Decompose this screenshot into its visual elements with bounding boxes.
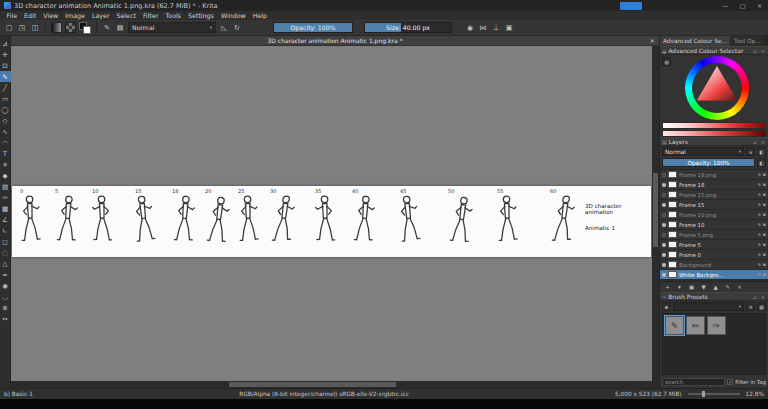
move-layer-up-button[interactable]: ▲ xyxy=(710,283,721,292)
menu-settings[interactable]: Settings xyxy=(185,12,218,19)
workspace-chooser-icon[interactable]: ▣ xyxy=(504,23,514,33)
details-view-icon[interactable]: ≡ xyxy=(746,302,755,311)
dock-tab-tool-options[interactable]: Tool Op... xyxy=(731,36,765,46)
layer-lock-icon[interactable]: ▪ xyxy=(763,252,766,257)
canvas-viewport[interactable]: 0 xyxy=(11,46,652,381)
mirror-icon[interactable]: ⋈ xyxy=(478,23,488,33)
float-dock-icon[interactable]: ▱ xyxy=(752,294,758,300)
saturation-value-triangle[interactable] xyxy=(693,64,741,112)
menu-image[interactable]: Image xyxy=(62,12,89,19)
thumbnail-view-icon[interactable]: ▦ xyxy=(757,302,766,311)
layer-row[interactable]: Frame 0 a ▪ xyxy=(660,250,768,260)
menu-window[interactable]: Window xyxy=(217,12,249,19)
float-dock-icon[interactable]: ▱ xyxy=(752,139,758,145)
delete-layer-button[interactable]: × xyxy=(734,283,745,292)
tool-polyline[interactable]: ∿ xyxy=(0,126,11,137)
vertical-scrollbar[interactable] xyxy=(652,46,659,381)
alpha-badge-icon[interactable]: a xyxy=(758,182,761,187)
pattern-chooser[interactable] xyxy=(65,22,76,33)
layer-lock-icon[interactable]: ▪ xyxy=(763,272,766,277)
brush-preset[interactable]: ✎ xyxy=(665,316,684,335)
reload-preset-icon[interactable]: ↻ xyxy=(232,23,242,33)
layer-lock-icon[interactable]: ▪ xyxy=(763,222,766,227)
tool-color-sampler[interactable]: ✑ xyxy=(0,192,11,203)
tool-freehand-brush[interactable]: ✎ xyxy=(0,71,11,82)
shade-strip[interactable] xyxy=(662,122,766,129)
horizontal-scrollbar-thumb[interactable] xyxy=(229,382,396,387)
new-document-icon[interactable]: ▢ xyxy=(4,23,14,33)
layer-visibility-icon[interactable] xyxy=(662,193,666,197)
tool-text[interactable]: T xyxy=(0,148,11,159)
layer-lock-icon[interactable]: ▪ xyxy=(763,192,766,197)
menu-help[interactable]: Help xyxy=(249,12,270,19)
layer-lock-icon[interactable]: ▪ xyxy=(763,262,766,267)
layer-lock-icon[interactable]: ▪ xyxy=(763,242,766,247)
current-brush-label[interactable]: b) Basic-1 xyxy=(4,391,33,397)
tool-bezier-select[interactable]: ◡ xyxy=(0,291,11,302)
layer-lock-icon[interactable]: ▪ xyxy=(763,232,766,237)
choose-brush-preset-icon[interactable]: ▤ xyxy=(115,23,125,33)
layer-row[interactable]: Background a ▪ xyxy=(660,260,768,270)
alpha-inherit-icon[interactable]: a xyxy=(746,147,755,156)
save-document-icon[interactable]: ◫ xyxy=(30,23,40,33)
edit-brush-settings-icon[interactable]: ✎ xyxy=(102,23,112,33)
tool-transform[interactable]: ⊿ xyxy=(0,38,11,49)
layer-visibility-icon[interactable] xyxy=(662,183,666,187)
lock-layer-icon[interactable]: ◧ xyxy=(757,158,766,167)
vertical-scrollbar-thumb[interactable] xyxy=(653,173,658,247)
tool-pan[interactable]: ↔ xyxy=(0,313,11,324)
menu-layer[interactable]: Layer xyxy=(88,12,113,19)
layer-visibility-icon[interactable] xyxy=(662,243,666,247)
tag-icon[interactable]: ◈ xyxy=(662,302,671,311)
layer-visibility-icon[interactable] xyxy=(662,273,666,277)
layer-lock-icon[interactable]: ▪ xyxy=(763,212,766,217)
tool-contiguous-select[interactable]: ◉ xyxy=(0,280,11,291)
open-document-icon[interactable]: ◳ xyxy=(17,23,27,33)
size-slider[interactable]: Size: 40.00 px xyxy=(364,22,452,33)
alpha-badge-icon[interactable]: a xyxy=(758,242,761,247)
layer-lock-icon[interactable]: ▪ xyxy=(763,202,766,207)
alpha-badge-icon[interactable]: a xyxy=(758,222,761,227)
layer-lock-icon[interactable]: ▪ xyxy=(763,182,766,187)
tool-crop[interactable]: ⊡ xyxy=(0,60,11,71)
menu-edit[interactable]: Edit xyxy=(21,12,40,19)
alpha-badge-icon[interactable]: a xyxy=(758,232,761,237)
layer-blending-mode-select[interactable]: Normal ▾ xyxy=(662,147,744,156)
layer-opacity-slider[interactable]: Opacity: 100% xyxy=(662,158,755,167)
color-settings-icon[interactable]: ▩ xyxy=(662,57,671,66)
tool-measure[interactable]: ∟ xyxy=(0,225,11,236)
zoom-slider-thumb[interactable] xyxy=(702,391,705,397)
tool-bezier-curve[interactable]: ◠ xyxy=(0,137,11,148)
float-dock-icon[interactable]: ▱ xyxy=(752,48,758,54)
layer-row[interactable]: Frame 18 a ▪ xyxy=(660,180,768,190)
add-layer-button[interactable]: + xyxy=(662,283,673,292)
eraser-mode-icon[interactable]: ◺ xyxy=(219,23,229,33)
layer-row[interactable]: White Backgro... a ▪ xyxy=(660,270,768,280)
brush-search-input[interactable] xyxy=(662,378,725,386)
layer-row[interactable]: Frame 10 a ▪ xyxy=(660,220,768,230)
tool-elliptical-select[interactable]: ◌ xyxy=(0,247,11,258)
tool-polygonal-select[interactable]: △ xyxy=(0,258,11,269)
layer-visibility-icon[interactable] xyxy=(662,213,666,217)
menu-tools[interactable]: Tools xyxy=(162,12,185,19)
snap-toggle-icon[interactable]: ⊥ xyxy=(491,23,501,33)
maximize-button[interactable]: ▢ xyxy=(734,0,751,11)
alpha-badge-icon[interactable]: a xyxy=(758,272,761,277)
layer-row[interactable]: Frame 18.png a ▪ xyxy=(660,170,768,180)
layer-row[interactable]: Frame 15 a ▪ xyxy=(660,200,768,210)
alpha-badge-icon[interactable]: a xyxy=(758,212,761,217)
alpha-badge-icon[interactable]: a xyxy=(758,202,761,207)
layer-row[interactable]: Frame 5 a ▪ xyxy=(660,240,768,250)
add-layer-options-button[interactable]: ▾ xyxy=(674,283,685,292)
layer-visibility-icon[interactable] xyxy=(662,253,666,257)
menu-view[interactable]: View xyxy=(40,12,62,19)
tool-multibrush[interactable]: ✳ xyxy=(0,159,11,170)
alpha-badge-icon[interactable]: a xyxy=(758,262,761,267)
duplicate-layer-button[interactable]: ▣ xyxy=(686,283,697,292)
layer-visibility-icon[interactable] xyxy=(662,263,666,267)
layer-visibility-icon[interactable] xyxy=(662,173,666,177)
layer-visibility-icon[interactable] xyxy=(662,223,666,227)
minimize-button[interactable]: — xyxy=(717,0,734,11)
foreground-background-color[interactable] xyxy=(79,22,91,34)
dock-tab-advanced-colour-selector[interactable]: Advanced Colour Se... xyxy=(660,36,731,46)
